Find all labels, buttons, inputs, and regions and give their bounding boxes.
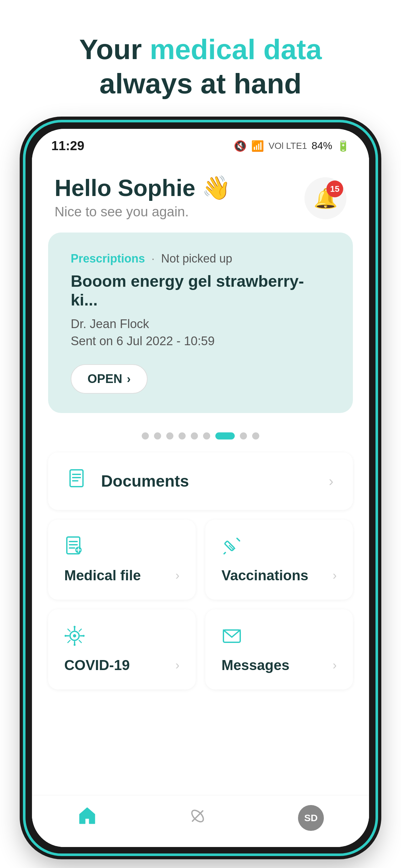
app-content: Hello Sophie 👋 Nice to see you again. 🔔 … xyxy=(32,158,369,847)
virus-icon xyxy=(64,625,180,651)
card-date: Sent on 6 Jul 2022 - 10:59 xyxy=(71,334,330,348)
battery-icon: 🔋 xyxy=(337,140,350,152)
messages-bottom: Messages › xyxy=(221,657,337,673)
wave-emoji: 👋 xyxy=(202,174,231,202)
svg-point-18 xyxy=(73,634,76,638)
dot-7-active xyxy=(215,432,235,439)
wifi-icon: 📶 xyxy=(251,140,264,152)
headline-line2: always at hand xyxy=(99,67,302,99)
headline-accent: medical data xyxy=(150,33,322,65)
svg-point-27 xyxy=(73,626,75,628)
headline-normal: Your xyxy=(79,33,150,65)
status-time: 11:29 xyxy=(51,138,84,153)
phone-mockup: 11:29 🔇 📶 VOl LTE1 84% 🔋 Hello Sophie xyxy=(23,120,378,856)
medical-file-chevron-icon: › xyxy=(175,569,180,583)
covid-card[interactable]: COVID-19 › xyxy=(48,609,196,689)
header-section: Hello Sophie 👋 Nice to see you again. 🔔 … xyxy=(32,158,369,232)
open-arrow-icon: › xyxy=(127,372,131,386)
medical-file-card[interactable]: Medical file › xyxy=(48,520,196,600)
documents-label: Documents xyxy=(101,472,189,491)
profile-avatar: SD xyxy=(298,805,324,831)
svg-line-26 xyxy=(68,640,70,643)
greeting-block: Hello Sophie 👋 Nice to see you again. xyxy=(55,174,231,220)
signal-icon: VOl LTE1 xyxy=(269,141,307,151)
svg-line-33 xyxy=(192,811,203,821)
card-title: Booom energy gel strawberry-ki... xyxy=(71,272,330,309)
messages-label: Messages xyxy=(221,657,289,673)
menu-section: Documents › xyxy=(32,453,369,795)
covid-chevron-icon: › xyxy=(175,658,180,672)
svg-line-11 xyxy=(237,538,240,541)
status-bar: 11:29 🔇 📶 VOl LTE1 84% 🔋 xyxy=(32,129,369,158)
open-button[interactable]: OPEN › xyxy=(71,364,148,394)
svg-line-12 xyxy=(224,553,225,554)
prescription-card: Prescriptions · Not picked up Booom ener… xyxy=(48,232,353,413)
status-icons: 🔇 📶 VOl LTE1 84% 🔋 xyxy=(234,140,350,152)
messages-card[interactable]: Messages › xyxy=(205,609,353,689)
medical-file-bottom: Medical file › xyxy=(64,567,180,584)
headline: Your medical data always at hand xyxy=(79,32,322,100)
pill-icon xyxy=(188,806,208,830)
bottom-navigation: SD xyxy=(32,795,369,847)
vaccinations-card[interactable]: Vaccinations › xyxy=(205,520,353,600)
tag-separator: · xyxy=(151,252,155,266)
dot-2 xyxy=(154,432,161,439)
documents-card[interactable]: Documents › xyxy=(48,453,353,510)
card-tag-row: Prescriptions · Not picked up xyxy=(71,252,330,266)
notification-badge: 15 xyxy=(327,181,343,197)
card-section: Prescriptions · Not picked up Booom ener… xyxy=(32,232,369,426)
syringe-icon xyxy=(221,536,337,561)
greeting-subtitle: Nice to see you again. xyxy=(55,204,231,220)
battery-level: 84% xyxy=(312,140,332,152)
vaccinations-bottom: Vaccinations › xyxy=(221,567,337,584)
nav-profile[interactable]: SD xyxy=(298,805,324,831)
svg-point-30 xyxy=(83,635,85,637)
medical-file-label: Medical file xyxy=(64,567,141,584)
documents-chevron-icon: › xyxy=(329,473,334,489)
home-icon xyxy=(77,806,97,830)
vaccinations-chevron-icon: › xyxy=(333,569,337,583)
svg-point-28 xyxy=(73,644,75,646)
phone-screen: 11:29 🔇 📶 VOl LTE1 84% 🔋 Hello Sophie xyxy=(32,129,369,847)
phone-frame: 11:29 🔇 📶 VOl LTE1 84% 🔋 Hello Sophie xyxy=(23,120,378,856)
dot-6 xyxy=(203,432,210,439)
dot-1 xyxy=(142,432,149,439)
nav-home[interactable] xyxy=(77,806,97,830)
medical-file-icon xyxy=(64,536,180,561)
svg-line-24 xyxy=(79,640,81,643)
greeting-text: Hello Sophie 👋 xyxy=(55,174,231,202)
top-section: Your medical data always at hand xyxy=(0,0,401,120)
menu-grid: Medical file › xyxy=(48,520,353,689)
greeting-name: Hello Sophie xyxy=(55,175,195,201)
card-status: Not picked up xyxy=(161,252,232,266)
covid-label: COVID-19 xyxy=(64,657,130,673)
dot-8 xyxy=(240,432,247,439)
vaccinations-label: Vaccinations xyxy=(221,567,308,584)
open-label: OPEN xyxy=(88,372,122,386)
card-doctor: Dr. Jean Flock xyxy=(71,317,330,331)
messages-chevron-icon: › xyxy=(333,658,337,672)
svg-point-29 xyxy=(65,635,66,637)
svg-line-25 xyxy=(79,629,81,631)
dot-3 xyxy=(166,432,174,439)
document-icon xyxy=(67,469,88,494)
carousel-dots xyxy=(32,432,369,439)
mute-icon: 🔇 xyxy=(234,140,247,152)
profile-initials: SD xyxy=(304,812,318,824)
notification-button[interactable]: 🔔 15 xyxy=(305,177,346,219)
envelope-icon xyxy=(221,625,337,651)
dot-4 xyxy=(179,432,186,439)
nav-pill[interactable] xyxy=(188,806,208,830)
covid-bottom: COVID-19 › xyxy=(64,657,180,673)
dot-5 xyxy=(191,432,198,439)
prescriptions-tag: Prescriptions xyxy=(71,252,145,266)
svg-line-23 xyxy=(68,629,70,631)
documents-card-left: Documents xyxy=(67,469,189,494)
dot-9 xyxy=(252,432,259,439)
